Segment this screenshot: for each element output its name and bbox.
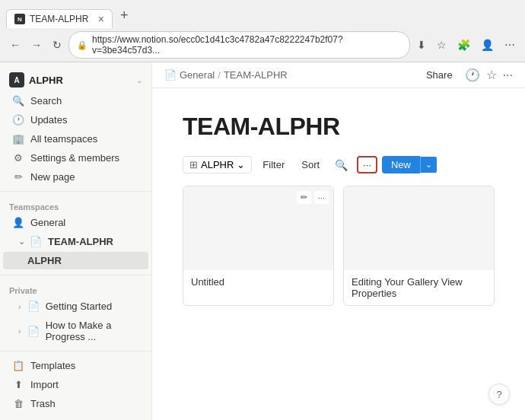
page-title: TEAM-ALPHR bbox=[183, 113, 495, 141]
sidebar-label-search: Search bbox=[30, 95, 62, 107]
expand-icon-2: › bbox=[18, 302, 21, 311]
search-button[interactable]: 🔍 bbox=[330, 157, 352, 173]
how-to-icon: 📄 bbox=[27, 326, 40, 337]
sidebar-item-settings[interactable]: ⚙ Settings & members bbox=[3, 149, 148, 167]
import-icon: ⬆ bbox=[12, 379, 24, 390]
sidebar-label-new-page: New page bbox=[30, 171, 75, 183]
topbar-more-icon[interactable]: ··· bbox=[503, 68, 513, 82]
page-content: TEAM-ALPHR ⊞ ALPHR ⌄ Filter Sort 🔍 ··· N… bbox=[152, 88, 525, 420]
view-source-selector[interactable]: ⊞ ALPHR ⌄ bbox=[183, 156, 252, 173]
lock-icon: 🔒 bbox=[77, 40, 88, 50]
gallery-card-body-2: Editing Your Gallery View Properties bbox=[344, 270, 494, 305]
browser-more-icon[interactable]: ⋯ bbox=[501, 37, 519, 53]
help-button[interactable]: ? bbox=[488, 383, 510, 405]
history-icon[interactable]: 🕐 bbox=[465, 68, 480, 82]
updates-icon: 🕐 bbox=[12, 114, 24, 126]
sidebar-item-alphr[interactable]: ALPHR bbox=[3, 252, 148, 269]
workspace-header[interactable]: A ALPHR ⌄ bbox=[0, 68, 151, 91]
breadcrumb: 📄 General / TEAM-ALPHR bbox=[164, 69, 288, 81]
sidebar-item-import[interactable]: ⬆ Import bbox=[3, 376, 148, 393]
gallery-card-editing[interactable]: Editing Your Gallery View Properties bbox=[343, 186, 495, 306]
sidebar-item-updates[interactable]: 🕐 Updates bbox=[3, 111, 148, 129]
sidebar-item-getting-started[interactable]: › 📄 Getting Started bbox=[3, 298, 148, 315]
sidebar-item-templates[interactable]: 📋 Templates bbox=[3, 357, 148, 374]
private-section-title: Private bbox=[0, 280, 151, 297]
card-edit-button-1[interactable]: ✏ bbox=[297, 191, 311, 204]
view-controls: ⊞ ALPHR ⌄ Filter Sort 🔍 ··· New ⌄ bbox=[183, 156, 495, 173]
expand-icon-3: › bbox=[18, 326, 21, 336]
gallery-card-title-2: Editing Your Gallery View Properties bbox=[352, 276, 486, 299]
profile-icon[interactable]: 👤 bbox=[477, 37, 498, 53]
sidebar-divider-1 bbox=[0, 191, 151, 192]
view-source-label: ALPHR bbox=[201, 159, 234, 170]
sidebar-label-templates: Templates bbox=[30, 360, 75, 371]
reload-button[interactable]: ↻ bbox=[49, 37, 65, 53]
sidebar-item-team-alphr[interactable]: ⌄ 📄 TEAM-ALPHR bbox=[3, 233, 148, 250]
sidebar-label-all-teamspaces: All teamspaces bbox=[30, 133, 97, 145]
sidebar-item-how-to[interactable]: › 📄 How to Make a Progress ... bbox=[3, 317, 148, 345]
settings-icon: ⚙ bbox=[12, 152, 24, 164]
gallery-grid: ✏ ··· Untitled Editing Your Gallery View… bbox=[183, 186, 495, 306]
sidebar: A ALPHR ⌄ 🔍 Search 🕐 Updates 🏢 All teams… bbox=[0, 62, 152, 420]
new-button[interactable]: New bbox=[382, 156, 420, 173]
tab-close-button[interactable]: × bbox=[98, 14, 104, 24]
gallery-card-actions-1: ✏ ··· bbox=[297, 191, 329, 204]
tab-bar: N TEAM-ALPHR × + bbox=[0, 0, 525, 28]
getting-started-icon: 📄 bbox=[27, 301, 40, 312]
forward-button[interactable]: → bbox=[27, 37, 46, 53]
address-text: https://www.notion.so/ecc0c1d41c3c4782a4… bbox=[92, 34, 402, 56]
sidebar-label-how-to: How to Make a Progress ... bbox=[46, 320, 139, 342]
favorite-star-icon[interactable]: ☆ bbox=[486, 68, 497, 82]
share-button[interactable]: Share bbox=[420, 67, 459, 83]
gallery-card-untitled[interactable]: ✏ ··· Untitled bbox=[183, 186, 334, 306]
sidebar-item-new-page[interactable]: ✏ New page bbox=[3, 168, 148, 186]
sidebar-item-general[interactable]: 👤 General bbox=[3, 214, 148, 231]
topbar: 📄 General / TEAM-ALPHR Share 🕐 ☆ ··· bbox=[152, 62, 525, 88]
workspace-icon: A bbox=[9, 72, 24, 88]
back-button[interactable]: ← bbox=[6, 37, 24, 53]
templates-icon: 📋 bbox=[12, 360, 24, 371]
general-icon: 👤 bbox=[12, 217, 24, 228]
new-button-group: New ⌄ bbox=[382, 156, 437, 173]
new-tab-button[interactable]: + bbox=[114, 5, 135, 27]
breadcrumb-parent[interactable]: General bbox=[180, 69, 215, 81]
sidebar-label-team-alphr: TEAM-ALPHR bbox=[48, 236, 113, 247]
new-dropdown-arrow[interactable]: ⌄ bbox=[420, 157, 437, 173]
active-tab[interactable]: N TEAM-ALPHR × bbox=[6, 9, 113, 28]
grid-icon: ⊞ bbox=[189, 159, 198, 170]
sidebar-label-alphr: ALPHR bbox=[27, 255, 62, 266]
workspace-name: ALPHR bbox=[29, 75, 132, 86]
sidebar-divider-3 bbox=[0, 351, 151, 352]
new-page-icon: ✏ bbox=[12, 171, 24, 183]
workspace-chevron-icon: ⌄ bbox=[136, 76, 142, 84]
card-more-button-1[interactable]: ··· bbox=[314, 191, 329, 204]
search-icon: 🔍 bbox=[12, 95, 24, 107]
breadcrumb-current: TEAM-ALPHR bbox=[224, 69, 288, 81]
teamspaces-section-title: Teamspaces bbox=[0, 196, 151, 213]
team-alphr-icon: 📄 bbox=[30, 236, 42, 247]
favorite-icon[interactable]: ☆ bbox=[433, 37, 450, 53]
sidebar-item-search[interactable]: 🔍 Search bbox=[3, 92, 148, 110]
app: A ALPHR ⌄ 🔍 Search 🕐 Updates 🏢 All teams… bbox=[0, 62, 525, 420]
more-options-button[interactable]: ··· bbox=[357, 156, 377, 173]
sidebar-label-trash: Trash bbox=[30, 398, 56, 409]
teamspaces-icon: 🏢 bbox=[12, 133, 24, 145]
extensions-icon[interactable]: 🧩 bbox=[453, 37, 474, 53]
filter-button[interactable]: Filter bbox=[256, 157, 291, 173]
download-icon[interactable]: ⬇ bbox=[413, 37, 430, 53]
sidebar-item-all-teamspaces[interactable]: 🏢 All teamspaces bbox=[3, 130, 148, 148]
sidebar-label-getting-started: Getting Started bbox=[46, 301, 112, 312]
sidebar-divider-2 bbox=[0, 275, 151, 275]
gallery-card-image-1: ✏ ··· bbox=[183, 186, 333, 270]
sort-button[interactable]: Sort bbox=[295, 157, 326, 173]
tab-favicon: N bbox=[14, 14, 25, 24]
sidebar-label-general: General bbox=[30, 217, 65, 228]
expand-icon: ⌄ bbox=[18, 237, 25, 247]
gallery-card-title-1: Untitled bbox=[191, 276, 326, 288]
gallery-card-image-2 bbox=[344, 186, 494, 270]
browser-chrome: N TEAM-ALPHR × + ← → ↻ 🔒 https://www.not… bbox=[0, 0, 525, 62]
address-bar[interactable]: 🔒 https://www.notion.so/ecc0c1d41c3c4782… bbox=[68, 31, 410, 59]
tab-title: TEAM-ALPHR bbox=[30, 14, 94, 24]
sidebar-item-trash[interactable]: 🗑 Trash bbox=[3, 395, 148, 412]
topbar-actions: Share 🕐 ☆ ··· bbox=[420, 67, 513, 83]
